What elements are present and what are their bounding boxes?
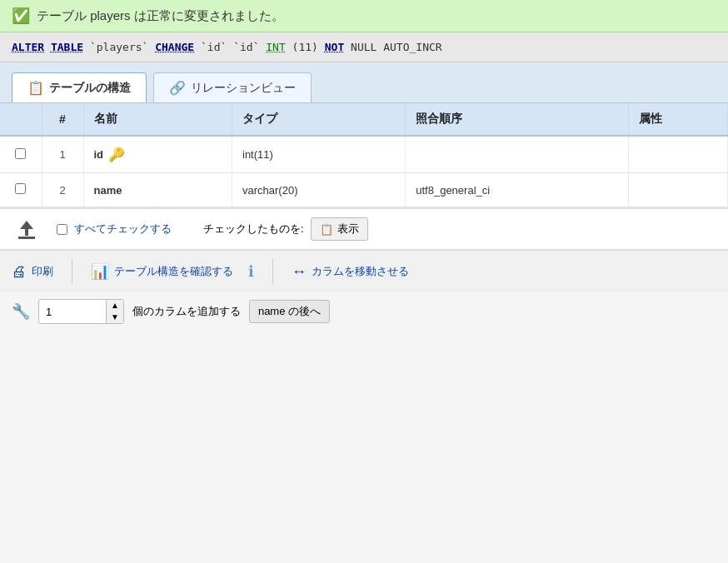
tab-relation[interactable]: 🔗 リレーションビュー [153, 72, 312, 102]
add-column-label: 個のカラムを追加する [132, 304, 241, 319]
row1-num: 1 [42, 136, 83, 173]
after-position-label: name の後へ [249, 300, 330, 323]
up-icon-area [12, 217, 42, 241]
num-spinner-down[interactable]: ▼ [107, 311, 123, 323]
success-message: テーブル players は正常に変更されました。 [37, 8, 284, 24]
structure-table: # 名前 タイプ 照合順序 属性 1 id 🔑 int [0, 103, 728, 207]
check-structure-label: テーブル構造を確認する [114, 264, 233, 279]
display-button-label: 表示 [337, 222, 359, 237]
move-columns-link[interactable]: ↔ カラムを移動させる [292, 263, 409, 281]
row2-collation: utf8_general_ci [406, 173, 629, 207]
structure-icon: 📋 [27, 80, 44, 96]
with-selected-area: チェックしたものを: 📋 表示 [203, 217, 368, 241]
sql-change: CHANGE [155, 41, 194, 53]
sql-alter: ALTER [12, 41, 44, 53]
tab-area: 📋 テーブルの構造 🔗 リレーションビュー [0, 62, 728, 103]
row1-type: int(11) [232, 136, 406, 173]
relation-icon: 🔗 [169, 80, 186, 96]
display-button[interactable]: 📋 表示 [311, 217, 368, 241]
sql-not: NOT [325, 41, 344, 53]
col-type-header: タイプ [232, 103, 406, 136]
col-collation-header: 照合順序 [406, 103, 629, 136]
move-columns-label: カラムを移動させる [312, 264, 409, 279]
separator1 [72, 259, 72, 284]
add-column-icon: 🔧 [12, 302, 30, 321]
row2-checkbox[interactable] [15, 183, 26, 194]
row1-attrs [629, 136, 728, 173]
with-selected-label: チェックしたものを: [203, 222, 304, 237]
row2-name: name [83, 173, 232, 207]
footer-actions: すべてチェックする チェックしたものを: 📋 表示 [0, 207, 728, 249]
num-input-wrapper: ▲ ▼ [38, 299, 124, 324]
row2-name-text: name [94, 184, 122, 197]
check-all-label: すべてチェックする [74, 222, 172, 237]
row1-name-text: id [94, 148, 104, 161]
check-structure-icon: 📊 [91, 262, 109, 281]
svg-rect-1 [18, 237, 35, 239]
move-columns-icon: ↔ [292, 263, 307, 281]
col-name-header: 名前 [83, 103, 232, 136]
num-columns-input[interactable] [39, 302, 106, 321]
bottom-bar: 🖨 印刷 📊 テーブル構造を確認する ℹ ↔ カラムを移動させる [0, 249, 728, 292]
num-spinner-up[interactable]: ▲ [107, 300, 123, 311]
select-all-icon [12, 217, 42, 241]
num-spinner: ▲ ▼ [106, 300, 123, 323]
col-attrs-header: 属性 [629, 103, 728, 136]
row2-num: 2 [42, 173, 83, 207]
success-banner: ✅ テーブル players は正常に変更されました。 [0, 0, 728, 32]
tab-structure[interactable]: 📋 テーブルの構造 [12, 72, 147, 102]
col-num-header: # [42, 103, 83, 136]
check-all-area: すべてチェックする [57, 222, 172, 237]
tab-relation-label: リレーションビュー [191, 81, 296, 96]
table-row: 2 name varchar(20) utf8_general_ci [0, 173, 728, 207]
info-icon: ℹ [248, 262, 254, 281]
row2-name-wrapper: name [94, 184, 222, 197]
display-icon: 📋 [320, 223, 333, 236]
add-column-bar: 🔧 ▲ ▼ 個のカラムを追加する name の後へ [0, 292, 728, 331]
sql-bar: ALTER TABLE `players` CHANGE `id` `id` I… [0, 32, 728, 62]
table-row: 1 id 🔑 int(11) [0, 136, 728, 173]
print-link[interactable]: 🖨 印刷 [12, 263, 53, 281]
table-header-row: # 名前 タイプ 照合順序 属性 [0, 103, 728, 136]
check-structure-link[interactable]: 📊 テーブル構造を確認する [91, 262, 233, 281]
sql-int: INT [266, 41, 285, 53]
key-icon: 🔑 [108, 147, 125, 162]
print-label: 印刷 [32, 264, 53, 279]
row1-name-wrapper: id 🔑 [94, 147, 222, 162]
row2-type: varchar(20) [232, 173, 406, 207]
print-icon: 🖨 [12, 263, 27, 281]
separator2 [272, 259, 273, 284]
row1-check-cell [0, 136, 42, 173]
sql-table: TABLE [51, 41, 83, 53]
row1-collation [406, 136, 629, 173]
row1-name: id 🔑 [83, 136, 232, 173]
row1-checkbox[interactable] [15, 148, 26, 159]
col-check-header [0, 103, 42, 136]
tab-structure-label: テーブルの構造 [49, 81, 131, 96]
row2-attrs [629, 173, 728, 207]
row2-check-cell [0, 173, 42, 207]
check-all-checkbox[interactable] [57, 224, 67, 235]
svg-marker-0 [20, 221, 33, 236]
main-content: # 名前 タイプ 照合順序 属性 1 id 🔑 int [0, 103, 728, 207]
success-icon: ✅ [12, 7, 30, 25]
